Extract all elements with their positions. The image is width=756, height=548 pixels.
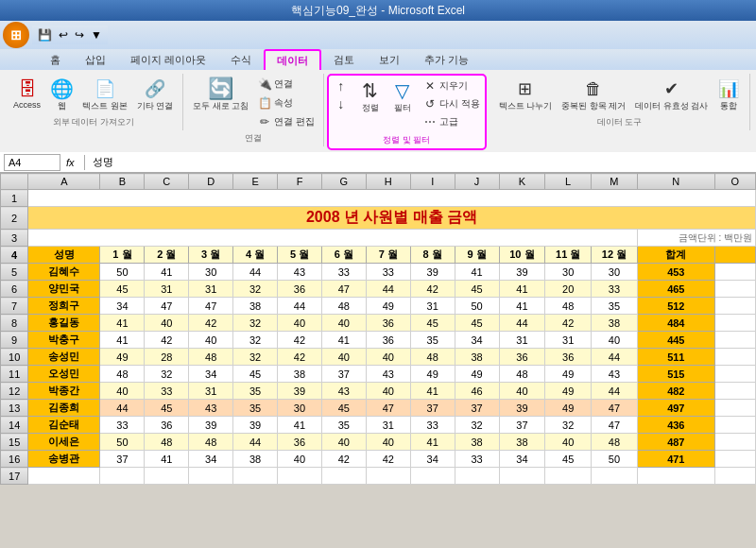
cell-13-8[interactable]: 37 <box>455 400 499 417</box>
header-dec[interactable]: 12 월 <box>592 247 638 264</box>
reapply-button[interactable]: ↺ 다시 적용 <box>420 95 483 112</box>
sort-button[interactable]: ⇅ 정렬 <box>355 77 386 116</box>
cell-14-0[interactable]: 33 <box>100 417 145 434</box>
tab-formula[interactable]: 수식 <box>218 49 264 70</box>
filter-button[interactable]: ▽ 필터 <box>387 77 418 116</box>
cell-16-2[interactable]: 34 <box>189 451 233 468</box>
cell-15-2[interactable]: 48 <box>189 434 233 451</box>
cell-10-1[interactable]: 28 <box>145 349 189 366</box>
cell-10-7[interactable]: 48 <box>410 349 455 366</box>
cell-6-5[interactable]: 47 <box>321 281 366 298</box>
col-k[interactable]: K <box>499 174 545 190</box>
cell-16-6[interactable]: 42 <box>366 451 410 468</box>
name-cell-12[interactable]: 박종간 <box>28 383 100 400</box>
col-g[interactable]: G <box>321 174 366 190</box>
row-header-10[interactable]: 10 <box>1 349 28 366</box>
cell-5-1[interactable]: 41 <box>145 264 189 281</box>
cell-15-0[interactable]: 50 <box>100 434 145 451</box>
cell-17-14[interactable] <box>714 468 755 485</box>
col-i[interactable]: I <box>410 174 455 190</box>
cell-16-10[interactable]: 45 <box>545 451 592 468</box>
other-connect-button[interactable]: 🔗 기타 연결 <box>133 76 178 114</box>
cell-7-6[interactable]: 49 <box>366 298 410 315</box>
cell-17-5[interactable] <box>278 468 322 485</box>
cell-8-5[interactable]: 40 <box>321 315 366 332</box>
name-cell-6[interactable]: 양민국 <box>28 281 100 298</box>
cell-14-8[interactable]: 32 <box>455 417 499 434</box>
tab-review[interactable]: 검토 <box>321 49 367 70</box>
cell-7-0[interactable]: 34 <box>100 298 145 315</box>
cell-reference[interactable]: A4 <box>4 154 60 171</box>
cell-11-4[interactable]: 38 <box>278 366 322 383</box>
cell-8-10[interactable]: 42 <box>545 315 592 332</box>
col-e[interactable]: E <box>233 174 278 190</box>
cell-11-10[interactable]: 49 <box>545 366 592 383</box>
advanced-button[interactable]: ⋯ 고급 <box>420 113 483 130</box>
row-header-9[interactable]: 9 <box>1 332 28 349</box>
cell-17-12[interactable] <box>592 468 638 485</box>
cell-12-11[interactable]: 44 <box>592 383 638 400</box>
sort-desc-button[interactable]: ↓ <box>331 95 353 112</box>
total-cell-14[interactable]: 436 <box>637 417 714 434</box>
cell-14-2[interactable]: 39 <box>189 417 233 434</box>
cell-12-8[interactable]: 46 <box>455 383 499 400</box>
total-cell-15[interactable]: 487 <box>637 434 714 451</box>
cell-7-2[interactable]: 47 <box>189 298 233 315</box>
row-header-5[interactable]: 5 <box>1 264 28 281</box>
cell-15-4[interactable]: 36 <box>278 434 322 451</box>
redo-button[interactable]: ↪ <box>73 27 86 43</box>
cell-13-10[interactable]: 49 <box>545 400 592 417</box>
cell-12-2[interactable]: 31 <box>189 383 233 400</box>
cell-15-11[interactable]: 48 <box>592 434 638 451</box>
cell-13-5[interactable]: 45 <box>321 400 366 417</box>
cell-16-1[interactable]: 41 <box>145 451 189 468</box>
cell-6-1[interactable]: 31 <box>145 281 189 298</box>
undo-button[interactable]: ↩ <box>57 27 70 43</box>
tab-home[interactable]: 홈 <box>38 49 73 70</box>
cell-7-9[interactable]: 41 <box>499 298 545 315</box>
cell-17-9[interactable] <box>455 468 499 485</box>
cell-8-1[interactable]: 40 <box>145 315 189 332</box>
cell-8-2[interactable]: 42 <box>189 315 233 332</box>
cell-16-8[interactable]: 33 <box>455 451 499 468</box>
cell-12-1[interactable]: 33 <box>145 383 189 400</box>
office-button[interactable]: ⊞ <box>3 22 29 48</box>
cell-16-3[interactable]: 38 <box>233 451 278 468</box>
cell-15-8[interactable]: 38 <box>455 434 499 451</box>
cell-6-8[interactable]: 45 <box>455 281 499 298</box>
col-b[interactable]: B <box>100 174 145 190</box>
cell-16-11[interactable]: 50 <box>592 451 638 468</box>
cell-13-4[interactable]: 30 <box>278 400 322 417</box>
text-source-button[interactable]: 📄 텍스트 원본 <box>78 76 131 114</box>
tab-page-layout[interactable]: 페이지 레이아웃 <box>118 49 218 70</box>
cell-7-3[interactable]: 38 <box>233 298 278 315</box>
name-cell-11[interactable]: 오성민 <box>28 366 100 383</box>
cell-14-5[interactable]: 35 <box>321 417 366 434</box>
cell-11-1[interactable]: 32 <box>145 366 189 383</box>
total-cell-13[interactable]: 497 <box>637 400 714 417</box>
cell-8-6[interactable]: 36 <box>366 315 410 332</box>
total-cell-16[interactable]: 471 <box>637 451 714 468</box>
cell-6-9[interactable]: 41 <box>499 281 545 298</box>
cell-14-7[interactable]: 33 <box>410 417 455 434</box>
row-header-1[interactable]: 1 <box>1 190 28 207</box>
cell-13-3[interactable]: 35 <box>233 400 278 417</box>
web-button[interactable]: 🌐 웹 <box>46 76 77 114</box>
header-name[interactable]: 성명 <box>28 247 100 264</box>
col-h[interactable]: H <box>366 174 410 190</box>
remove-dup-button[interactable]: 🗑 중복된 항목 제거 <box>558 76 629 114</box>
cell-9-7[interactable]: 35 <box>410 332 455 349</box>
cell-16-4[interactable]: 40 <box>278 451 322 468</box>
cell-6-10[interactable]: 20 <box>545 281 592 298</box>
cell-6-4[interactable]: 36 <box>278 281 322 298</box>
cell-8-4[interactable]: 40 <box>278 315 322 332</box>
total-cell-5[interactable]: 453 <box>637 264 714 281</box>
cell-16-0[interactable]: 37 <box>100 451 145 468</box>
cell-11-2[interactable]: 34 <box>189 366 233 383</box>
cell-5-8[interactable]: 41 <box>455 264 499 281</box>
cell-9-1[interactable]: 42 <box>145 332 189 349</box>
cell-6-3[interactable]: 32 <box>233 281 278 298</box>
sort-asc-button[interactable]: ↑ <box>331 77 353 94</box>
cell-10-2[interactable]: 48 <box>189 349 233 366</box>
cell-12-7[interactable]: 41 <box>410 383 455 400</box>
